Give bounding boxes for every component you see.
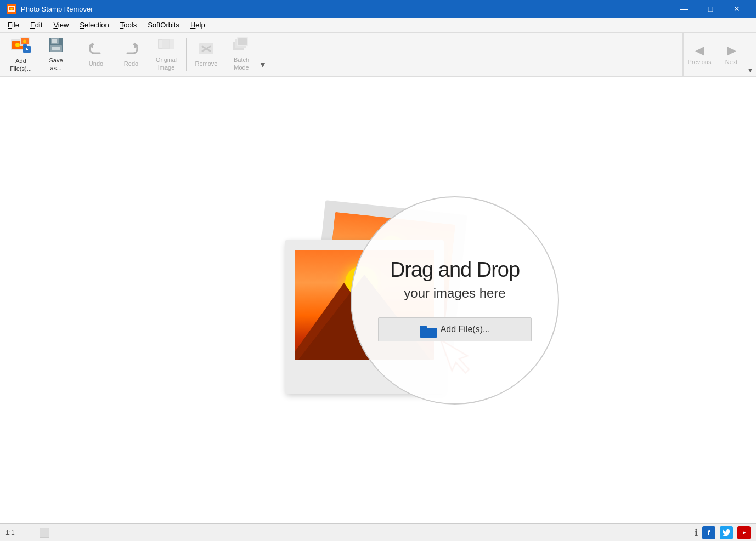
nav-area: ◀ Previous ▶ Next ▼ <box>682 33 756 76</box>
menu-softorbits[interactable]: SoftOrbits <box>142 19 185 31</box>
maximize-button[interactable]: □ <box>698 0 723 18</box>
toolbar-main-section: AddFile(s)... Saveas... <box>2 33 268 76</box>
close-button[interactable]: ✕ <box>724 0 749 18</box>
app-icon <box>7 4 16 14</box>
app-title: Photo Stamp Remover <box>21 5 672 13</box>
previous-button[interactable]: ◀ Previous <box>684 33 715 76</box>
dropzone-container: Drag and Drop your images here Add File(… <box>285 207 471 394</box>
undo-label: Undo <box>89 60 103 67</box>
facebook-icon[interactable]: f <box>702 526 715 539</box>
toolbar-sep-2 <box>186 38 187 71</box>
toolbar: AddFile(s)... Saveas... <box>0 33 756 77</box>
undo-button[interactable]: Undo <box>78 36 114 73</box>
toolbar-scroll-btn[interactable]: ▼ <box>747 33 756 76</box>
title-bar: Photo Stamp Remover — □ ✕ <box>0 0 756 18</box>
zoom-label: 1:1 <box>5 529 15 537</box>
svg-rect-30 <box>238 38 247 45</box>
add-files-drop-label: Add File(s)... <box>441 324 490 334</box>
dropzone-circle: Drag and Drop your images here Add File(… <box>351 196 559 405</box>
menu-selection[interactable]: Selection <box>74 19 114 31</box>
minimize-button[interactable]: — <box>672 0 697 18</box>
toolbar-scroll-icon: ▼ <box>747 67 753 73</box>
info-icon[interactable]: ℹ <box>695 527 698 538</box>
redo-icon <box>123 41 139 59</box>
next-button[interactable]: ▶ Next <box>715 33 747 76</box>
twitter-bird-icon <box>723 529 730 536</box>
status-sep-1 <box>27 527 27 538</box>
save-as-button[interactable]: Saveas... <box>38 36 74 73</box>
add-files-button[interactable]: AddFile(s)... <box>3 36 38 73</box>
remove-icon <box>198 41 215 59</box>
image-thumb-icon <box>40 528 49 538</box>
remove-button[interactable]: Remove <box>189 36 224 73</box>
next-arrow-icon: ▶ <box>727 43 736 58</box>
save-as-label: Saveas... <box>49 57 63 71</box>
previous-arrow-icon: ◀ <box>695 43 704 58</box>
remove-label: Remove <box>195 60 218 67</box>
batch-mode-icon <box>233 37 250 55</box>
save-icon <box>48 37 64 56</box>
status-bar: 1:1 ℹ f <box>0 523 756 541</box>
redo-button[interactable]: Redo <box>114 36 149 73</box>
toolbar-sep-1 <box>76 38 76 71</box>
image-info-section <box>40 528 49 538</box>
undo-icon <box>88 41 104 59</box>
add-files-icon <box>11 36 31 56</box>
batch-mode-button[interactable]: BatchMode <box>224 36 259 73</box>
original-image-label: OriginalImage <box>156 56 177 71</box>
toolbar-expand-btn[interactable]: ▼ <box>259 60 267 69</box>
folder-icon <box>420 323 435 335</box>
original-image-button[interactable]: OriginalImage <box>149 36 184 73</box>
menu-edit[interactable]: Edit <box>25 19 48 31</box>
original-image-icon <box>157 37 175 55</box>
add-files-label: AddFile(s)... <box>10 58 32 72</box>
redo-label: Redo <box>124 60 138 67</box>
status-right: ℹ f <box>695 526 751 539</box>
svg-rect-35 <box>40 528 49 537</box>
next-label: Next <box>725 59 738 65</box>
menu-help[interactable]: Help <box>185 19 211 31</box>
facebook-label: f <box>708 528 710 537</box>
svg-rect-33 <box>420 326 427 329</box>
svg-point-3 <box>10 8 13 10</box>
menu-file[interactable]: File <box>2 19 25 31</box>
window-controls: — □ ✕ <box>672 0 749 18</box>
svg-rect-11 <box>23 44 27 47</box>
twitter-icon[interactable] <box>720 526 733 539</box>
youtube-play-icon <box>738 529 749 537</box>
zoom-section: 1:1 <box>5 529 15 537</box>
youtube-icon[interactable] <box>737 526 751 539</box>
drag-drop-subtext: your images here <box>404 286 505 301</box>
add-files-drop-button[interactable]: Add File(s)... <box>378 317 532 341</box>
menu-tools[interactable]: Tools <box>115 19 142 31</box>
svg-rect-18 <box>52 47 60 50</box>
batch-mode-label: BatchMode <box>234 56 249 71</box>
menu-bar: File Edit View Selection Tools SoftOrbit… <box>0 18 756 33</box>
svg-rect-16 <box>52 39 57 43</box>
main-content: Drag and Drop your images here Add File(… <box>0 77 756 523</box>
previous-label: Previous <box>688 59 712 65</box>
menu-view[interactable]: View <box>48 19 74 31</box>
svg-rect-23 <box>162 39 174 49</box>
drag-drop-text: Drag and Drop <box>390 259 520 282</box>
svg-point-9 <box>23 40 26 43</box>
svg-point-6 <box>15 43 20 47</box>
